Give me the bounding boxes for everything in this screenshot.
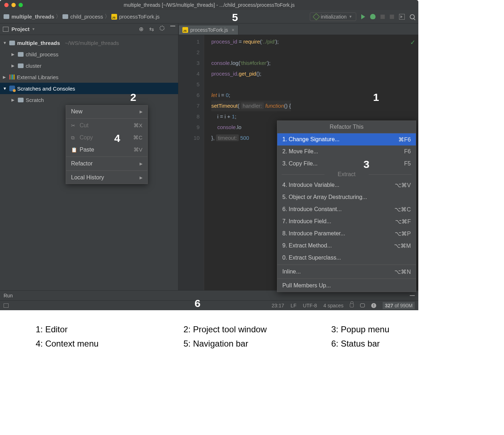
folder-icon [18,98,24,102]
breadcrumb-label: multiple_threads [11,14,54,20]
breadcrumb-label: child_process [70,14,103,20]
window-title: multiple_threads [~/WS/multiple_threads]… [0,2,418,8]
chevron-right-icon: 〉 [105,13,110,20]
stop-icon[interactable] [380,15,385,19]
breadcrumb-label: processToFork.js [119,14,160,20]
stop-icon-2[interactable] [390,15,394,19]
status-bar: 6 23:17 LF UTF-8 4 spaces ! 327 of 990M [0,300,418,310]
indent-info[interactable]: 4 spaces [323,303,343,308]
gutter: 12345678910 [178,35,204,290]
folder-icon [4,14,9,19]
chevron-down-icon[interactable]: ▼ [32,27,35,31]
chevron-right-icon: 〉 [56,13,61,20]
memory-indicator[interactable]: 327 of 990M [383,302,415,309]
legend-item: 6: Status bar [331,339,468,349]
tree-row-folder[interactable]: ▶ Scratch [0,94,178,106]
popup-item-introduce-variable[interactable]: 4. Introduce Variable...⌥⌘V [277,179,416,191]
context-menu-local-history[interactable]: Local History [66,172,147,184]
callout-3: 3 [363,158,369,170]
legend: 1: Editor 2: Project tool window 3: Popu… [0,310,504,363]
gear-icon[interactable] [160,26,165,31]
tree-row-external-libraries[interactable]: ▶ External Libraries [0,71,178,83]
popup-item-introduce-parameter[interactable]: 8. Introduce Parameter...⌥⌘P [277,227,416,240]
popup-title: Refactor This [277,121,416,133]
legend-item: 1: Editor [36,324,173,334]
folder-icon [9,41,15,45]
popup-item-destructuring[interactable]: 5. Object or Array Destructuring... [277,191,416,203]
run-anything-icon[interactable] [399,14,405,20]
legend-item: 2: Project tool window [183,324,321,334]
search-icon[interactable] [410,14,415,19]
callout-5: 5 [232,11,238,24]
tree-path: ~/WS/multiple_threads [65,40,119,46]
tool-title[interactable]: Project [11,26,30,32]
popup-section-extract: Extract [277,170,416,179]
tree-row-folder[interactable]: ▶ cluster [0,60,178,71]
run-config-selector[interactable]: initialization ▼ [310,12,356,21]
popup-item-copy-file[interactable]: 3. Copy File...F5 [277,158,416,170]
run-icon[interactable] [361,14,365,19]
project-panel-icon [3,27,9,32]
tree-row-project-root[interactable]: ▼ multiple_threads ~/WS/multiple_threads [0,37,178,48]
target-icon[interactable]: ⊕ [139,26,143,32]
popup-item-pull-members[interactable]: Pull Members Up... [277,280,416,292]
library-icon [9,75,15,80]
tree-label: External Libraries [17,74,59,80]
popup-item-introduce-constant[interactable]: 6. Introduce Constant...⌥⌘C [277,203,416,215]
context-menu-paste[interactable]: 📋Paste⌘V [66,144,147,156]
legend-item: 4: Context menu [36,339,173,349]
tree-label: child_process [26,51,59,57]
cut-icon: ✂ [71,123,77,128]
tool-windows-icon[interactable] [4,303,9,308]
folder-icon [62,14,68,19]
js-file-icon: JS [111,14,117,20]
context-menu-cut[interactable]: ✂Cut⌘X [66,119,147,132]
collapse-icon[interactable]: ⇆ [149,26,154,32]
context-menu-new[interactable]: New [66,106,147,118]
tree-row-folder[interactable]: ▶ child_process [0,48,178,60]
tree-row-scratches[interactable]: ▼ Scratches and Consoles [0,83,178,94]
callout-2: 2 [130,91,136,103]
chat-icon[interactable] [360,303,365,307]
navigation-bar: multiple_threads 〉 child_process 〉 JS pr… [0,10,418,24]
folder-icon [18,52,24,57]
popup-item-inline[interactable]: Inline...⌥⌘N [277,266,416,278]
line-separator[interactable]: LF [291,303,296,308]
popup-item-move-file[interactable]: 2. Move File...F6 [277,145,416,158]
run-label: Run [4,293,13,298]
tree-label: cluster [26,63,41,69]
breadcrumb-root[interactable]: multiple_threads [4,14,54,20]
project-tree[interactable]: ▼ multiple_threads ~/WS/multiple_threads… [0,35,178,108]
tab-bar: JS processToFork.js × [178,24,418,35]
context-menu-copy[interactable]: ⧉Copy⌘C [66,132,147,144]
js-file-icon: JS [182,27,188,33]
breadcrumb-folder[interactable]: child_process [62,14,103,20]
tree-label: Scratches and Consoles [17,86,75,92]
breadcrumb-file[interactable]: JS processToFork.js [111,14,160,20]
popup-item-extract-method[interactable]: 9. Extract Method...⌥⌘M [277,240,416,252]
editor-tab[interactable]: JS processToFork.js × [178,25,238,35]
encoding[interactable]: UTF-8 [303,303,317,308]
nodejs-icon [313,13,320,20]
copy-icon: ⧉ [71,135,77,141]
check-icon: ✓ [410,37,415,48]
callout-1: 1 [373,91,379,103]
hide-icon[interactable] [410,295,415,296]
context-menu-refactor[interactable]: Refactor [66,158,147,170]
tree-label: Scratch [26,97,44,103]
popup-item-extract-superclass[interactable]: 0. Extract Superclass... [277,252,416,264]
titlebar: multiple_threads [~/WS/multiple_threads]… [0,0,418,10]
popup-item-change-signature[interactable]: 1. Change Signature...⌘F6 [277,133,416,145]
scratches-icon [9,86,15,91]
callout-6: 6 [195,297,201,309]
tab-label: processToFork.js [190,27,228,33]
close-icon[interactable]: × [232,27,235,33]
lock-icon[interactable] [350,303,354,307]
caret-position[interactable]: 23:17 [272,303,284,308]
callout-4: 4 [114,132,120,144]
error-icon[interactable]: ! [371,303,376,308]
debug-icon[interactable] [370,14,376,19]
hide-icon[interactable] [170,26,175,26]
run-config-label: initialization [321,14,347,20]
popup-item-introduce-field[interactable]: 7. Introduce Field...⌥⌘F [277,215,416,227]
